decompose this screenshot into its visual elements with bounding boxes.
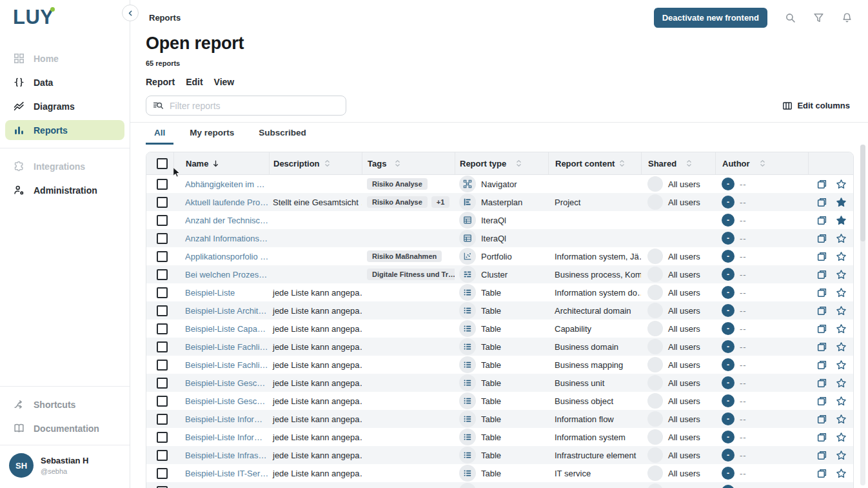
sort-icon[interactable]: [619, 159, 625, 168]
favorite-star-button[interactable]: [836, 323, 847, 334]
select-all-checkbox[interactable]: [157, 158, 168, 169]
report-name-link[interactable]: Beispiel-Liste Geschäft…: [185, 378, 269, 388]
column-header-type[interactable]: Report type: [455, 152, 548, 174]
row-checkbox[interactable]: [157, 269, 168, 280]
report-name-link[interactable]: Beispiel-Liste Capability: [185, 324, 269, 334]
column-header-tags[interactable]: Tags: [362, 152, 455, 174]
menu-report[interactable]: Report: [146, 77, 175, 87]
favorite-star-button[interactable]: [836, 396, 847, 407]
table-row[interactable]: Beispiel-Liste Geschäft… jede Liste kann…: [146, 392, 853, 410]
report-name-link[interactable]: Beispiel-Liste: [185, 288, 235, 298]
sort-icon[interactable]: [760, 159, 765, 168]
table-row[interactable]: Beispiel-Liste Fachlich… jede Liste kann…: [146, 356, 853, 374]
table-row[interactable]: Beispiel-Liste Infrastru… jede Liste kan…: [146, 446, 853, 464]
column-header-shared[interactable]: Shared: [641, 152, 715, 174]
bell-icon[interactable]: [842, 12, 853, 23]
sidebar-item-integrations[interactable]: Integrations: [5, 156, 124, 176]
report-name-link[interactable]: Anzahl Informationssy…: [185, 234, 269, 243]
row-checkbox[interactable]: [157, 396, 168, 407]
sidebar-item-reports[interactable]: Reports: [5, 120, 124, 140]
table-row[interactable]: Beispiel-Liste IT-Servic… jede Liste kan…: [146, 464, 853, 482]
row-checkbox[interactable]: [157, 305, 168, 316]
row-checkbox[interactable]: [157, 414, 168, 425]
filter-icon[interactable]: [813, 12, 824, 23]
filter-reports-input[interactable]: [168, 100, 339, 112]
search-icon[interactable]: [785, 12, 796, 23]
sidebar-item-diagrams[interactable]: Diagrams: [5, 96, 124, 116]
table-row[interactable]: Anzahl der Technische… IteraQl - --: [146, 211, 853, 229]
sidebar-item-administration[interactable]: Administration: [5, 180, 124, 200]
column-header-description[interactable]: Description: [269, 152, 362, 174]
copy-report-button[interactable]: [816, 233, 827, 244]
table-row[interactable]: Beispiel-Liste Informati… jede Liste kan…: [146, 410, 853, 428]
menu-view[interactable]: View: [214, 77, 235, 87]
tab-subscribed[interactable]: Subscribed: [250, 123, 315, 145]
table-row[interactable]: Beispiel-Liste Fachlich… jede Liste kann…: [146, 338, 853, 356]
sidebar-item-data[interactable]: Data: [5, 72, 124, 92]
copy-report-button[interactable]: [816, 414, 827, 425]
copy-report-button[interactable]: [816, 305, 827, 316]
user-profile[interactable]: SH Sebastian H @sebha: [0, 445, 130, 488]
row-checkbox[interactable]: [157, 233, 168, 244]
sort-icon[interactable]: [395, 159, 400, 168]
table-row[interactable]: Beispiel-Liste Architekt… jede Liste kan…: [146, 301, 853, 320]
report-name-link[interactable]: Beispiel-Liste IT-Servic…: [185, 469, 269, 478]
report-name-link[interactable]: Anzahl der Technische…: [185, 216, 269, 225]
report-name-link[interactable]: Abhängigkeiten im Kon…: [185, 179, 269, 189]
favorite-star-button[interactable]: [836, 305, 847, 316]
copy-report-button[interactable]: [816, 269, 827, 280]
copy-report-button[interactable]: [816, 287, 827, 298]
report-name-link[interactable]: Aktuell laufende Projek…: [185, 198, 269, 207]
favorite-star-button[interactable]: [836, 269, 847, 280]
favorite-star-button[interactable]: [836, 179, 847, 190]
report-name-link[interactable]: Beispiel-Liste Infrastru…: [185, 451, 269, 460]
deactivate-new-frontend-button[interactable]: Deactivate new frontend: [654, 8, 767, 28]
table-row[interactable]: -: [146, 482, 853, 488]
report-name-link[interactable]: Beispiel-Liste Fachlich…: [185, 342, 269, 352]
favorite-star-button[interactable]: [836, 251, 847, 262]
table-row[interactable]: Abhängigkeiten im Kon… Risiko Analyse Na…: [146, 175, 853, 193]
row-checkbox[interactable]: [157, 197, 168, 208]
report-name-link[interactable]: Bei welchen Prozessen…: [185, 270, 269, 280]
table-row[interactable]: Applikationsporfolio Ü… Risiko Maßnahmen…: [146, 247, 853, 265]
favorite-star-button[interactable]: [836, 215, 847, 226]
vertical-scrollbar[interactable]: [860, 145, 865, 485]
copy-report-button[interactable]: [816, 179, 827, 190]
copy-report-button[interactable]: [816, 468, 827, 479]
table-row[interactable]: Bei welchen Prozessen… Digitale Fitness …: [146, 265, 853, 283]
sidebar-item-shortcuts[interactable]: Shortcuts: [5, 394, 124, 414]
row-checkbox[interactable]: [157, 287, 168, 298]
copy-report-button[interactable]: [816, 378, 827, 389]
column-header-content[interactable]: Report content: [548, 152, 641, 174]
row-checkbox[interactable]: [157, 360, 168, 371]
sidebar-collapse-button[interactable]: [122, 5, 139, 21]
report-name-link[interactable]: Beispiel-Liste Fachlich…: [185, 360, 269, 370]
sort-icon[interactable]: [324, 159, 330, 168]
row-checkbox[interactable]: [157, 179, 168, 190]
tab-my-reports[interactable]: My reports: [181, 123, 242, 145]
sidebar-item-home[interactable]: Home: [5, 48, 124, 68]
favorite-star-button[interactable]: [836, 414, 847, 425]
row-checkbox[interactable]: [157, 486, 168, 488]
copy-report-button[interactable]: [816, 251, 827, 262]
copy-report-button[interactable]: [816, 450, 827, 461]
favorite-star-button[interactable]: [836, 287, 847, 298]
favorite-star-button[interactable]: [836, 360, 847, 371]
row-checkbox[interactable]: [157, 468, 168, 479]
scrollbar-thumb[interactable]: [860, 145, 865, 241]
report-name-link[interactable]: Beispiel-Liste Informati…: [185, 432, 269, 442]
copy-report-button[interactable]: [816, 432, 827, 443]
row-checkbox[interactable]: [157, 432, 168, 443]
table-row[interactable]: Beispiel-Liste jede Liste kann angepa… T…: [146, 283, 853, 301]
table-row[interactable]: Aktuell laufende Projek… Stellt eine Ges…: [146, 193, 853, 211]
table-row[interactable]: Beispiel-Liste Geschäft… jede Liste kann…: [146, 374, 853, 392]
sort-icon[interactable]: [686, 159, 692, 168]
sort-desc-icon[interactable]: [212, 159, 220, 168]
report-name-link[interactable]: Beispiel-Liste Informati…: [185, 414, 269, 424]
copy-report-button[interactable]: [816, 323, 827, 334]
copy-report-button[interactable]: [816, 360, 827, 371]
row-checkbox[interactable]: [157, 251, 168, 262]
favorite-star-button[interactable]: [836, 233, 847, 244]
favorite-star-button[interactable]: [836, 197, 847, 208]
copy-report-button[interactable]: [816, 197, 827, 208]
